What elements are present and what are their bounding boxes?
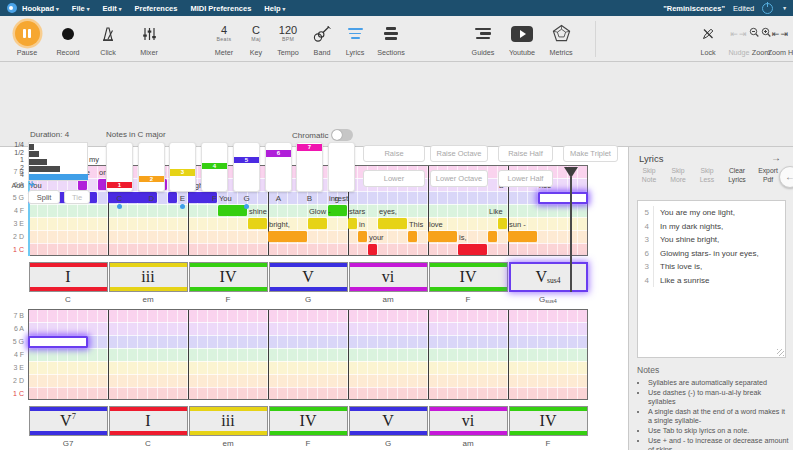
key-control[interactable]: CMaj Key xyxy=(243,20,269,62)
chord-box[interactable]: Vsus4 xyxy=(509,262,588,292)
duration-label-1/2: 1/2 xyxy=(0,149,24,156)
melody-note[interactable] xyxy=(368,244,377,255)
meter-control[interactable]: 4Beats Meter xyxy=(206,20,242,62)
chord-box[interactable]: V xyxy=(269,262,348,292)
melody-note[interactable] xyxy=(458,244,487,255)
menu-preferences[interactable]: Preferences xyxy=(134,4,177,13)
note-card-B[interactable]: 7 xyxy=(296,142,323,192)
add-duration-button[interactable]: + xyxy=(29,179,35,190)
raise-octave-button[interactable]: Raise Octave xyxy=(430,145,488,162)
band-button[interactable]: Band xyxy=(306,20,338,62)
chord-box[interactable]: V xyxy=(349,406,428,436)
chord-box[interactable]: IV xyxy=(509,406,588,436)
chord-box[interactable]: I xyxy=(29,262,108,292)
melody-note[interactable] xyxy=(268,231,307,242)
melody-note[interactable] xyxy=(248,218,267,229)
melody-note[interactable] xyxy=(378,218,407,229)
note-card-F[interactable]: 4 xyxy=(201,142,228,192)
menu-midi-preferences[interactable]: MIDI Preferences xyxy=(190,4,251,13)
note-card-D[interactable]: 2 xyxy=(138,142,165,192)
clear-lyrics-button[interactable]: Clear Lyrics xyxy=(722,167,752,189)
document-status: Edited xyxy=(733,4,754,13)
melody-note[interactable] xyxy=(358,231,367,242)
playhead-line[interactable] xyxy=(570,177,572,292)
skip-more-button[interactable]: Skip More xyxy=(664,167,692,189)
measure-line xyxy=(428,309,429,400)
chord-box[interactable]: iii xyxy=(109,262,188,292)
chord-numeral-base: iii xyxy=(221,412,234,430)
lower-half-button[interactable]: Lower Half xyxy=(498,170,553,187)
menu-hookpad[interactable]: Hookpad▾ xyxy=(22,4,59,13)
melody-note[interactable] xyxy=(308,218,327,229)
sections-button[interactable]: Sections xyxy=(371,20,411,62)
mixer-button[interactable]: Mixer xyxy=(131,20,167,62)
lower-button[interactable]: Lower xyxy=(363,170,425,187)
scale-degree-bar: 4 xyxy=(202,163,227,170)
duration-bar-1[interactable] xyxy=(29,159,47,165)
chevron-down-icon: ▾ xyxy=(56,6,59,12)
note-card-A[interactable]: 6 xyxy=(265,142,292,192)
note-card-G[interactable]: 5 xyxy=(233,142,260,192)
chromatic-toggle[interactable] xyxy=(331,129,353,141)
duration-bar-1/2[interactable] xyxy=(29,151,39,157)
melody-note[interactable] xyxy=(508,231,537,242)
help-bullet: Use dashes (-) to man-u-al-ly break syll… xyxy=(648,388,790,406)
lyric-line: 4Like a sunrise xyxy=(638,274,785,288)
melody-note[interactable] xyxy=(498,218,507,229)
menu-help[interactable]: Help▾ xyxy=(264,4,285,13)
make-triplet-button[interactable]: Make Triplet xyxy=(563,145,618,162)
note-card-E[interactable]: 3 xyxy=(169,142,196,192)
chord-name-base: am xyxy=(382,295,393,304)
duration-bar-1/4[interactable] xyxy=(29,144,34,150)
power-button-icon[interactable] xyxy=(762,3,773,14)
lock-button[interactable]: Lock xyxy=(694,20,722,62)
note-name-A: A xyxy=(265,194,292,203)
raise-half-button[interactable]: Raise Half xyxy=(498,145,553,162)
skip-note-button[interactable]: Skip Note xyxy=(635,167,663,189)
duration-bar-2[interactable] xyxy=(29,166,60,172)
skip-less-button[interactable]: Skip Less xyxy=(693,167,721,189)
melody-note[interactable] xyxy=(28,336,88,348)
metrics-button[interactable]: Metrics xyxy=(540,20,582,62)
melody-note[interactable] xyxy=(218,205,247,216)
chord-box[interactable]: I xyxy=(109,406,188,436)
tempo-control[interactable]: 120BPM Tempo xyxy=(270,20,306,62)
split-button[interactable]: Split xyxy=(28,190,60,204)
melody-note[interactable] xyxy=(348,218,357,229)
chord-box[interactable]: vi xyxy=(349,262,428,292)
youtube-button[interactable]: Youtube xyxy=(503,20,541,62)
chord-box[interactable]: IV xyxy=(189,262,268,292)
melody-note[interactable] xyxy=(538,192,588,204)
lyrics-button[interactable]: Lyrics xyxy=(339,20,371,62)
zoom-h-button[interactable]: ⇤⇥ Zoom H xyxy=(768,20,793,62)
chevron-down-icon[interactable]: ▾ xyxy=(783,5,786,11)
note-card-C[interactable]: 1 xyxy=(106,142,133,192)
melody-note[interactable] xyxy=(428,231,457,242)
click-button[interactable]: Click xyxy=(90,20,126,62)
raise-button[interactable]: Raise xyxy=(363,145,425,162)
panel-expand-arrow-icon[interactable]: → xyxy=(771,152,781,163)
lyrics-textbox[interactable]: 5You are my one light,4In my dark nights… xyxy=(637,200,786,358)
chord-box[interactable]: IV xyxy=(269,406,348,436)
pause-button[interactable]: Pause xyxy=(10,20,44,62)
chord-box[interactable]: iii xyxy=(189,406,268,436)
menu-edit[interactable]: Edit▾ xyxy=(103,4,122,13)
chord-box[interactable]: IV xyxy=(429,262,508,292)
melody-note[interactable] xyxy=(408,231,417,242)
staff-row xyxy=(28,230,588,243)
chord-numeral-base: V xyxy=(302,268,314,286)
menu-file[interactable]: File▾ xyxy=(72,4,90,13)
tie-button[interactable]: Tie xyxy=(64,190,90,204)
chord-numeral-sup: 7 xyxy=(72,411,76,421)
hookpad-app: Hookpad▾ File▾Edit▾PreferencesMIDI Prefe… xyxy=(0,0,793,450)
guides-button[interactable]: Guides xyxy=(464,20,502,62)
chord-box[interactable]: vi xyxy=(429,406,508,436)
melody-note[interactable] xyxy=(488,231,497,242)
lower-octave-button[interactable]: Lower Octave xyxy=(430,170,488,187)
record-button[interactable]: Record xyxy=(50,20,86,62)
add-duration-label: Add xyxy=(0,182,24,189)
chord-box[interactable]: V7 xyxy=(29,406,108,436)
note-card-rest[interactable] xyxy=(328,142,355,192)
duration-bar-4[interactable] xyxy=(29,174,88,180)
resize-grip-icon[interactable] xyxy=(777,349,784,356)
